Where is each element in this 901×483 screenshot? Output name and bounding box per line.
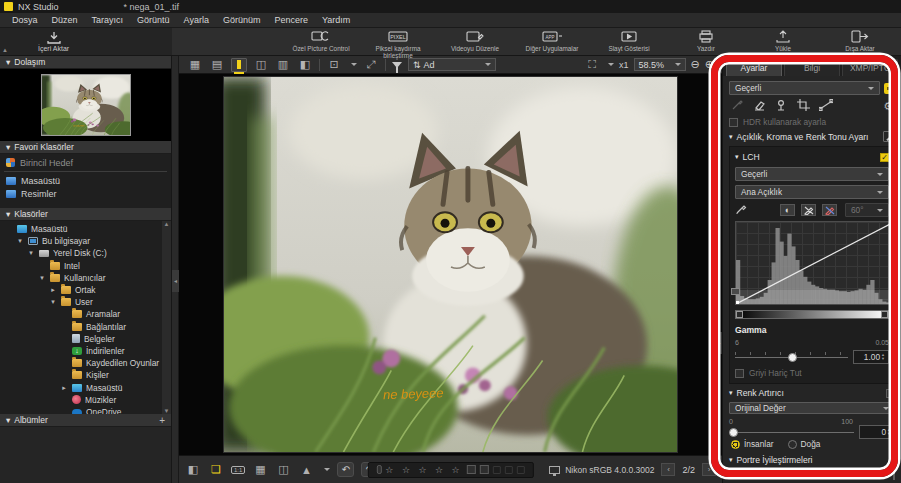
right-panel-collapse-handle[interactable]: ▸ <box>716 332 722 354</box>
undo-button[interactable]: ↶ <box>337 462 354 477</box>
favorite-item-1[interactable]: Birincil Hedef <box>0 156 171 169</box>
next-image-button[interactable]: › <box>702 463 716 476</box>
radio-people[interactable]: İnsanlar <box>731 439 774 449</box>
tag-icon[interactable] <box>505 466 513 474</box>
other-apps-button[interactable]: APPDiğer Uygulamalar <box>521 30 583 52</box>
menu-item-ayarla[interactable]: Ayarla <box>178 14 215 26</box>
multi-page-icon[interactable]: ❏ <box>208 463 224 477</box>
compare-mode-icon[interactable]: ◧ <box>185 463 201 477</box>
zoom-100-button[interactable]: x1 <box>619 60 629 70</box>
tree-item-kullan-c-lar[interactable]: ▾Kullanıcılar <box>0 272 171 284</box>
tree-item-m-zikler[interactable]: Müzikler <box>0 394 171 406</box>
upload-button[interactable]: Yükle <box>752 30 814 52</box>
tree-item-masa-st-[interactable]: ▸Masaüstü <box>0 381 171 393</box>
booster-slider-handle[interactable] <box>729 428 738 437</box>
menu-item-pencere[interactable]: Pencere <box>268 14 314 26</box>
booster-value-input[interactable]: 0 ▲▼ <box>859 425 895 439</box>
chevron-down-icon[interactable] <box>351 63 357 66</box>
control-point-icon[interactable] <box>775 99 788 113</box>
tree-item-onedrive[interactable]: OneDrive <box>0 406 171 414</box>
tree-item-belgeler[interactable]: Belgeler <box>0 333 171 345</box>
tone-section-header[interactable]: ▾ Açıklık, Kroma ve Renk Tonu Ayarı <box>729 131 895 142</box>
tree-expander-icon[interactable]: ▸ <box>60 384 68 392</box>
tree-item-user[interactable]: ▾User <box>0 296 171 308</box>
tree-item-kaydedilen-oyunlar[interactable]: Kaydedilen Oyunlar <box>0 357 171 369</box>
spinner-icons[interactable]: ▲▼ <box>881 351 887 363</box>
contrast-curve-icon[interactable]: ◐ <box>780 204 795 216</box>
split-overlay-icon[interactable]: ◫ <box>275 463 291 477</box>
saved-adjustments-badge-icon[interactable] <box>884 83 895 94</box>
chevron-down-icon[interactable] <box>324 468 330 471</box>
rating-widget[interactable]: ☆ ☆ ☆ ☆ ☆ <box>367 462 533 478</box>
color-booster-dropdown[interactable]: Orijinal Değer <box>729 402 895 414</box>
tab-xmp-iptc[interactable]: XMP/IPTC <box>842 59 898 76</box>
exclude-gray-option[interactable]: Griyi Hariç Tut <box>735 368 889 378</box>
image-filmstrip-view-icon[interactable]: ◫ <box>253 58 269 71</box>
filter-icon[interactable] <box>392 62 402 68</box>
rating-stars[interactable]: ☆ ☆ ☆ ☆ ☆ <box>385 465 462 475</box>
menu-item-görüntü[interactable]: Görüntü <box>131 14 176 26</box>
pixel-shift-button[interactable]: PIXELPiksel kaydırma birleştirme <box>367 30 429 59</box>
edit-curve-icon[interactable] <box>801 204 816 216</box>
tab-adjustments[interactable]: Ayarlar <box>726 59 782 76</box>
sort-dropdown[interactable]: ⇅ Ad <box>408 58 496 71</box>
print-button[interactable]: Yazdır <box>675 30 737 52</box>
compare-view-icon[interactable]: ◧ <box>297 58 313 71</box>
histogram-container[interactable] <box>735 221 889 305</box>
tag-icon[interactable] <box>517 466 525 474</box>
sidebar-collapse-handle[interactable]: ◂ <box>172 270 179 292</box>
add-album-button[interactable]: + <box>159 415 165 426</box>
zoom-level-dropdown[interactable]: 58.5% <box>634 58 686 71</box>
menu-item-görünüm[interactable]: Görünüm <box>217 14 267 26</box>
picture-control-button[interactable]: Özel Picture Control <box>290 30 352 52</box>
tree-item-ki-iler[interactable]: Kişiler <box>0 369 171 381</box>
zoom-in-icon[interactable]: ⊕ <box>705 58 714 71</box>
tree-expander-icon[interactable]: ▾ <box>38 274 46 282</box>
tree-item-masa-st-[interactable]: Masaüstü <box>0 223 171 235</box>
histogram-plot[interactable] <box>735 221 889 305</box>
spinner-icons[interactable]: ▲▼ <box>887 426 893 438</box>
folders-header[interactable]: ▾Klasörler <box>0 208 171 221</box>
tree-expander-icon[interactable]: ▾ <box>16 237 24 245</box>
favorite-item-3[interactable]: Resimler <box>0 187 171 200</box>
levels-gradient-bar[interactable] <box>735 310 889 319</box>
tag-icon[interactable] <box>493 466 501 474</box>
menu-item-tarayıcı[interactable]: Tarayıcı <box>86 14 130 26</box>
color-booster-checkbox[interactable] <box>886 389 895 398</box>
albums-header[interactable]: ▾Albümler+ <box>0 414 171 427</box>
tab-info[interactable]: Bilgi <box>784 59 840 76</box>
fullscreen-icon[interactable]: ⤢ <box>363 58 379 71</box>
image-viewport[interactable]: ▸ <box>179 74 722 455</box>
lch-channel-dropdown[interactable]: Ana Açıklık <box>735 185 889 199</box>
lch-header[interactable]: ▾ LCH ✓ <box>735 151 889 163</box>
multi-view-icon[interactable]: ▥ <box>275 58 291 71</box>
favorites-header[interactable]: ▾Favori Klasörler <box>0 141 171 154</box>
retouch-brush-icon[interactable] <box>731 99 744 113</box>
tree-item-aramalar[interactable]: Aramalar <box>0 308 171 320</box>
scroll-down-icon[interactable]: ▼ <box>164 408 170 414</box>
gamma-slider[interactable] <box>735 351 848 363</box>
menu-item-düzen[interactable]: Düzen <box>46 14 84 26</box>
list-view-icon[interactable]: ▤ <box>209 58 225 71</box>
navigation-header[interactable]: ▾Dolaşım <box>0 56 171 69</box>
fit-screen-icon[interactable]: ⛶ <box>584 58 600 71</box>
tree-item-ortak[interactable]: ▸Ortak <box>0 284 171 296</box>
photo-thumbnail[interactable] <box>41 74 131 136</box>
label-button-1[interactable] <box>467 465 476 474</box>
eyedropper-icon[interactable] <box>735 203 748 217</box>
edit-list-icon[interactable] <box>883 131 895 142</box>
exclude-gray-checkbox[interactable] <box>735 369 744 378</box>
skin-softening-checkbox[interactable] <box>893 468 895 480</box>
skin-softening-header[interactable]: ▾ Ten yumuşatma RAW <box>729 469 895 479</box>
lch-enabled-checkbox[interactable]: ✓ <box>880 153 889 162</box>
video-edit-button[interactable]: Videoyu Düzenle <box>444 30 506 52</box>
gamma-value-input[interactable]: 1.00 ▲▼ <box>853 350 889 364</box>
eraser-icon[interactable] <box>753 99 766 113</box>
gamma-slider-handle[interactable] <box>788 353 797 362</box>
grid-overlay-icon[interactable]: ▦ <box>252 463 268 477</box>
scroll-up-icon[interactable]: ▲ <box>164 221 170 227</box>
menu-item-yardım[interactable]: Yardım <box>316 14 356 26</box>
label-button-2[interactable] <box>480 465 489 474</box>
toolbar-collapse-icon[interactable]: ▲ <box>2 47 8 53</box>
crop-icon[interactable] <box>797 99 810 113</box>
